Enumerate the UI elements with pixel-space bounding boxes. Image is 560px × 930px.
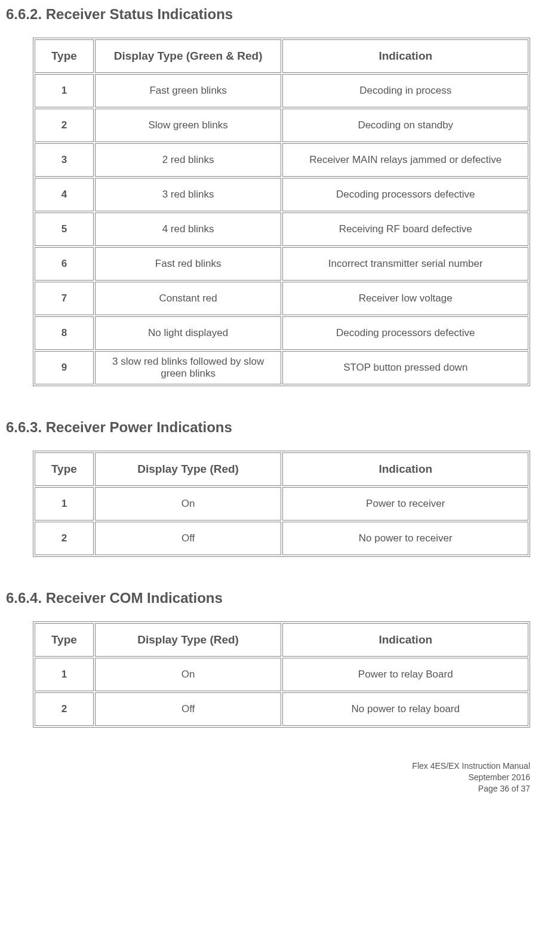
power-table: Type Display Type (Red) Indication 1OnPo… bbox=[33, 451, 530, 557]
cell-type: 4 bbox=[35, 178, 94, 211]
col-header-display: Display Type (Red) bbox=[95, 452, 282, 486]
cell-type: 1 bbox=[35, 487, 94, 521]
cell-type: 6 bbox=[35, 247, 94, 281]
footer-line: Page 36 of 37 bbox=[6, 783, 530, 794]
col-header-indication: Indication bbox=[282, 39, 528, 73]
table-row: 7Constant redReceiver low voltage bbox=[35, 282, 528, 315]
table-row: 2Slow green blinksDecoding on standby bbox=[35, 109, 528, 142]
footer-line: Flex 4ES/EX Instruction Manual bbox=[6, 760, 530, 772]
section-heading: 6.6.4. Receiver COM Indications bbox=[6, 590, 530, 606]
cell-type: 9 bbox=[35, 351, 94, 384]
cell-indication: No power to relay board bbox=[282, 692, 528, 726]
cell-display: Constant red bbox=[95, 282, 282, 315]
cell-indication: Power to relay Board bbox=[282, 658, 528, 691]
cell-type: 2 bbox=[35, 692, 94, 726]
cell-indication: Decoding processors defective bbox=[282, 178, 528, 211]
status-table: Type Display Type (Green & Red) Indicati… bbox=[33, 38, 530, 386]
table-row: 2OffNo power to relay board bbox=[35, 692, 528, 726]
col-header-indication: Indication bbox=[282, 452, 528, 486]
cell-display: Fast red blinks bbox=[95, 247, 282, 281]
cell-display: Slow green blinks bbox=[95, 109, 282, 142]
col-header-display: Display Type (Red) bbox=[95, 623, 282, 657]
table-row: 1Fast green blinksDecoding in process bbox=[35, 74, 528, 107]
table-row: 8No light displayedDecoding processors d… bbox=[35, 316, 528, 350]
section-heading: 6.6.2. Receiver Status Indications bbox=[6, 6, 530, 23]
cell-type: 5 bbox=[35, 213, 94, 246]
section-power-indications: 6.6.3. Receiver Power Indications Type D… bbox=[6, 419, 530, 557]
col-header-type: Type bbox=[35, 39, 94, 73]
section-heading: 6.6.3. Receiver Power Indications bbox=[6, 419, 530, 436]
cell-indication: Decoding on standby bbox=[282, 109, 528, 142]
cell-display: Off bbox=[95, 522, 282, 555]
cell-display: 2 red blinks bbox=[95, 143, 282, 177]
cell-display: 3 slow red blinks followed by slow green… bbox=[95, 351, 282, 384]
cell-display: On bbox=[95, 658, 282, 691]
page-footer: Flex 4ES/EX Instruction Manual September… bbox=[6, 760, 530, 794]
table-header-row: Type Display Type (Red) Indication bbox=[35, 623, 528, 657]
table-header-row: Type Display Type (Green & Red) Indicati… bbox=[35, 39, 528, 73]
cell-type: 8 bbox=[35, 316, 94, 350]
cell-type: 3 bbox=[35, 143, 94, 177]
cell-indication: Power to receiver bbox=[282, 487, 528, 521]
table-header-row: Type Display Type (Red) Indication bbox=[35, 452, 528, 486]
cell-display: No light displayed bbox=[95, 316, 282, 350]
cell-indication: No power to receiver bbox=[282, 522, 528, 555]
cell-indication: Decoding processors defective bbox=[282, 316, 528, 350]
com-table: Type Display Type (Red) Indication 1OnPo… bbox=[33, 621, 530, 728]
cell-type: 2 bbox=[35, 109, 94, 142]
table-row: 2OffNo power to receiver bbox=[35, 522, 528, 555]
cell-display: 4 red blinks bbox=[95, 213, 282, 246]
cell-type: 7 bbox=[35, 282, 94, 315]
table-row: 93 slow red blinks followed by slow gree… bbox=[35, 351, 528, 384]
table-row: 54 red blinksReceiving RF board defectiv… bbox=[35, 213, 528, 246]
cell-indication: Decoding in process bbox=[282, 74, 528, 107]
footer-line: September 2016 bbox=[6, 772, 530, 783]
cell-indication: Receiver low voltage bbox=[282, 282, 528, 315]
col-header-type: Type bbox=[35, 623, 94, 657]
section-status-indications: 6.6.2. Receiver Status Indications Type … bbox=[6, 6, 530, 386]
col-header-type: Type bbox=[35, 452, 94, 486]
section-com-indications: 6.6.4. Receiver COM Indications Type Dis… bbox=[6, 590, 530, 728]
col-header-indication: Indication bbox=[282, 623, 528, 657]
table-row: 1OnPower to relay Board bbox=[35, 658, 528, 691]
table-row: 6Fast red blinksIncorrect transmitter se… bbox=[35, 247, 528, 281]
cell-type: 1 bbox=[35, 658, 94, 691]
cell-display: 3 red blinks bbox=[95, 178, 282, 211]
cell-indication: STOP button pressed down bbox=[282, 351, 528, 384]
cell-type: 2 bbox=[35, 522, 94, 555]
table-row: 1OnPower to receiver bbox=[35, 487, 528, 521]
cell-display: Fast green blinks bbox=[95, 74, 282, 107]
cell-type: 1 bbox=[35, 74, 94, 107]
cell-indication: Incorrect transmitter serial number bbox=[282, 247, 528, 281]
cell-indication: Receiver MAIN relays jammed or defective bbox=[282, 143, 528, 177]
col-header-display: Display Type (Green & Red) bbox=[95, 39, 282, 73]
table-row: 32 red blinksReceiver MAIN relays jammed… bbox=[35, 143, 528, 177]
table-row: 43 red blinksDecoding processors defecti… bbox=[35, 178, 528, 211]
cell-display: Off bbox=[95, 692, 282, 726]
cell-display: On bbox=[95, 487, 282, 521]
cell-indication: Receiving RF board defective bbox=[282, 213, 528, 246]
